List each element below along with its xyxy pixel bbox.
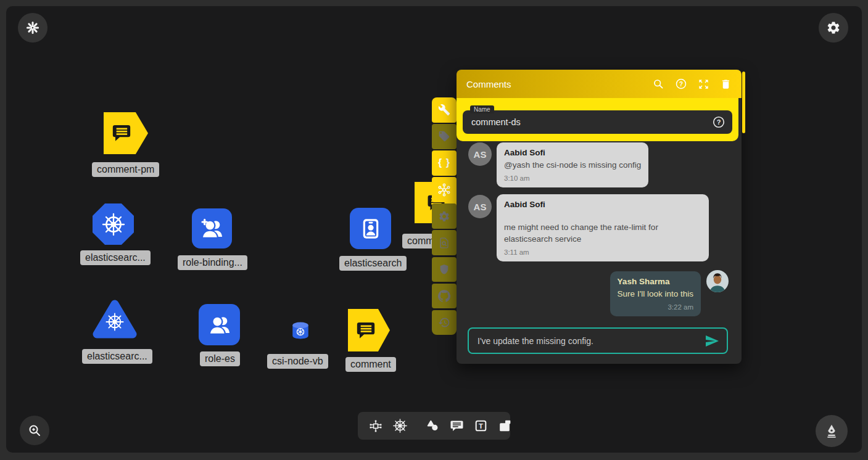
tag-icon — [438, 130, 450, 142]
settings-button[interactable] — [819, 13, 848, 43]
node-label[interactable]: elasticsearc... — [80, 250, 151, 265]
comment-bubble: Aabid Sofi @yash the csi-node is missing… — [497, 142, 648, 187]
node-label[interactable]: role-binding... — [178, 255, 247, 270]
comment-shape-icon — [109, 121, 134, 146]
comment-tool-icon[interactable] — [449, 418, 465, 433]
history-tool-button[interactable] — [432, 310, 457, 335]
comment-author: Yash Sharma — [618, 277, 693, 286]
gear-tool-button[interactable] — [432, 203, 457, 229]
pen-tool-button[interactable] — [816, 415, 848, 447]
app-menu-button[interactable] — [18, 13, 48, 43]
mesh-hub-icon — [437, 183, 452, 197]
comment-time: 3:22 am — [618, 303, 693, 311]
gear-icon — [826, 20, 841, 35]
comment-input[interactable] — [469, 336, 705, 346]
shapes-icon[interactable] — [425, 418, 440, 433]
node-csi-node-vb[interactable] — [290, 320, 311, 341]
image-tool-icon[interactable] — [497, 418, 513, 433]
history-icon — [438, 316, 450, 329]
comment-bubble: Aabid Sofi me might need to change the r… — [497, 194, 709, 261]
comment-text: Sure I'll look into this — [618, 288, 693, 300]
role-icon — [207, 313, 232, 337]
mesh-hub-tool-button[interactable] — [432, 177, 457, 202]
node-elasticsearch-triangle[interactable] — [90, 297, 139, 342]
node-role-binding[interactable] — [192, 208, 232, 248]
text-tool-icon[interactable] — [473, 418, 489, 433]
node-config-section: Name — [457, 98, 738, 141]
service-account-badge-icon — [358, 216, 384, 242]
comment-shape-icon — [353, 318, 378, 343]
braces-icon: { } — [438, 157, 450, 168]
github-icon — [438, 290, 450, 302]
comment-time: 3:10 am — [504, 175, 641, 182]
name-input[interactable] — [463, 117, 712, 127]
avatar: AS — [468, 195, 492, 218]
node-label[interactable]: comment-pm — [92, 162, 159, 177]
comment-input-wrap — [468, 327, 728, 354]
github-tool-button[interactable] — [432, 284, 457, 309]
avatar-photo — [706, 270, 729, 292]
triangle-shape — [90, 297, 139, 342]
node-label[interactable]: role-es — [200, 351, 240, 366]
kubernetes-asterisk-icon — [25, 20, 40, 35]
comment-text: me might need to change the rate-limit f… — [504, 221, 701, 245]
comment-author: Aabid Sofi — [504, 200, 701, 209]
panel-scrollbar-thumb[interactable] — [742, 72, 745, 133]
shield-tool-button[interactable] — [432, 257, 457, 282]
canvas-bottom-toolbar — [358, 412, 510, 440]
comment-text: @yash the csi-node is missing config — [504, 159, 641, 171]
expand-icon[interactable] — [698, 78, 709, 90]
kubernetes-wheel-icon — [101, 212, 126, 237]
search-icon[interactable] — [652, 78, 664, 90]
node-label[interactable]: comment — [345, 357, 396, 372]
name-field-wrap: Name — [463, 110, 732, 134]
node-role-es[interactable] — [199, 304, 240, 345]
flow-view-icon[interactable] — [368, 418, 384, 434]
comments-panel: Comments Name AS Aabid Sofi @yash the cs… — [457, 70, 742, 364]
node-label[interactable]: elasticsearc... — [82, 349, 152, 364]
trash-icon[interactable] — [720, 78, 732, 90]
comment-bubble: Yash Sharma Sure I'll look into this 3:2… — [610, 271, 701, 316]
field-help-icon[interactable] — [712, 115, 725, 129]
send-icon[interactable] — [705, 334, 719, 348]
braces-tool-button[interactable]: { } — [432, 150, 457, 176]
comments-panel-header[interactable]: Comments — [457, 70, 742, 98]
node-action-toolbar: { } — [432, 97, 457, 335]
shield-icon — [438, 263, 450, 276]
zoom-button[interactable] — [20, 416, 49, 445]
wrench-icon — [438, 104, 450, 116]
doc-search-icon — [438, 237, 450, 249]
panel-title: Comments — [466, 79, 511, 89]
node-elasticsearch-badge[interactable] — [350, 208, 391, 249]
role-binding-icon — [200, 216, 225, 241]
help-icon[interactable] — [675, 78, 687, 90]
tag-tool-button[interactable] — [432, 124, 457, 149]
kanvas-app: { "colors": { "accent_yellow": "#FFD60A"… — [0, 0, 868, 460]
comment-author: Aabid Sofi — [504, 148, 641, 157]
comment-time: 3:11 am — [504, 248, 701, 256]
node-label[interactable]: csi-node-vb — [267, 354, 328, 369]
storage-cylinder-icon — [290, 320, 311, 341]
zoom-in-icon — [27, 423, 42, 438]
name-field-label: Name — [470, 105, 494, 113]
pen-nib-icon — [824, 423, 840, 439]
gear-icon — [438, 210, 450, 223]
node-label[interactable]: elasticsearch — [339, 256, 407, 271]
kubernetes-icon[interactable] — [392, 418, 408, 433]
doc-search-tool-button[interactable] — [432, 230, 457, 255]
wrench-tool-button[interactable] — [432, 97, 457, 123]
avatar: AS — [468, 142, 492, 166]
